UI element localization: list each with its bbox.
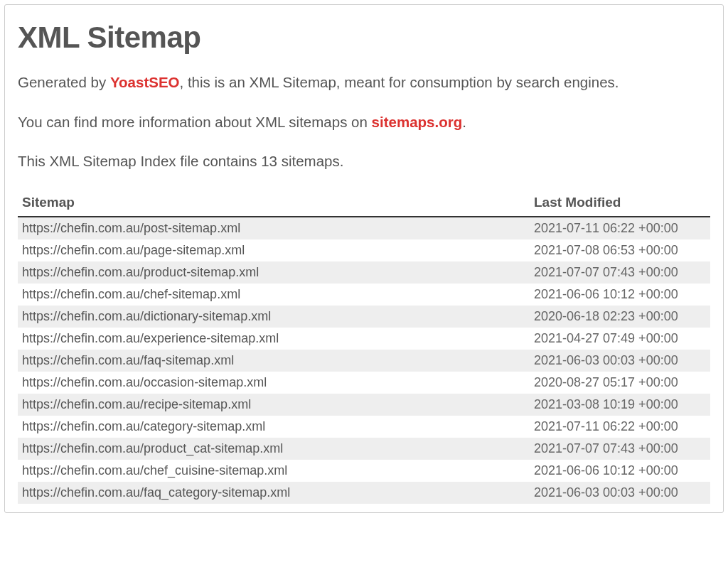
intro-generated: Generated by YoastSEO, this is an XML Si…	[18, 72, 710, 93]
sitemap-url[interactable]: https://chefin.com.au/faq-sitemap.xml	[18, 350, 530, 372]
table-header-row: Sitemap Last Modified	[18, 190, 710, 217]
intro-text: You can find more information about XML …	[18, 114, 372, 130]
table-row: https://chefin.com.au/faq_category-sitem…	[18, 482, 710, 504]
last-modified: 2021-06-03 00:03 +00:00	[530, 482, 710, 504]
last-modified: 2021-06-06 10:12 +00:00	[530, 460, 710, 482]
intro-text: , this is an XML Sitemap, meant for cons…	[180, 74, 619, 90]
sitemap-url[interactable]: https://chefin.com.au/product-sitemap.xm…	[18, 261, 530, 284]
sitemap-container: XML Sitemap Generated by YoastSEO, this …	[4, 4, 724, 513]
sitemap-url[interactable]: https://chefin.com.au/product_cat-sitema…	[18, 438, 530, 460]
table-row: https://chefin.com.au/experience-sitemap…	[18, 328, 710, 350]
last-modified: 2021-07-11 06:22 +00:00	[530, 416, 710, 438]
header-last-modified: Last Modified	[530, 190, 710, 217]
sitemap-table: Sitemap Last Modified https://chefin.com…	[18, 190, 710, 504]
sitemap-url[interactable]: https://chefin.com.au/category-sitemap.x…	[18, 416, 530, 438]
table-row: https://chefin.com.au/recipe-sitemap.xml…	[18, 394, 710, 416]
intro-text: Generated by	[18, 74, 110, 90]
last-modified: 2021-06-03 00:03 +00:00	[530, 350, 710, 372]
last-modified: 2021-07-07 07:43 +00:00	[530, 261, 710, 284]
sitemap-url[interactable]: https://chefin.com.au/dictionary-sitemap…	[18, 306, 530, 328]
page-title: XML Sitemap	[18, 21, 710, 55]
table-row: https://chefin.com.au/product_cat-sitema…	[18, 438, 710, 460]
table-row: https://chefin.com.au/occasion-sitemap.x…	[18, 372, 710, 394]
last-modified: 2020-06-18 02:23 +00:00	[530, 306, 710, 328]
last-modified: 2020-08-27 05:17 +00:00	[530, 372, 710, 394]
sitemaps-org-link[interactable]: sitemaps.org	[372, 114, 463, 130]
yoast-link[interactable]: YoastSEO	[110, 74, 180, 90]
sitemap-url[interactable]: https://chefin.com.au/page-sitemap.xml	[18, 239, 530, 261]
last-modified: 2021-07-07 07:43 +00:00	[530, 438, 710, 460]
sitemap-url[interactable]: https://chefin.com.au/post-sitemap.xml	[18, 217, 530, 239]
sitemap-url[interactable]: https://chefin.com.au/chef_cuisine-sitem…	[18, 460, 530, 482]
sitemap-url[interactable]: https://chefin.com.au/chef-sitemap.xml	[18, 284, 530, 306]
table-row: https://chefin.com.au/chef_cuisine-sitem…	[18, 460, 710, 482]
last-modified: 2021-06-06 10:12 +00:00	[530, 284, 710, 306]
table-row: https://chefin.com.au/faq-sitemap.xml202…	[18, 350, 710, 372]
intro-count: This XML Sitemap Index file contains 13 …	[18, 151, 710, 172]
table-row: https://chefin.com.au/chef-sitemap.xml20…	[18, 284, 710, 306]
last-modified: 2021-03-08 10:19 +00:00	[530, 394, 710, 416]
intro-text: .	[462, 114, 466, 130]
table-row: https://chefin.com.au/dictionary-sitemap…	[18, 306, 710, 328]
sitemap-url[interactable]: https://chefin.com.au/experience-sitemap…	[18, 328, 530, 350]
sitemap-url[interactable]: https://chefin.com.au/occasion-sitemap.x…	[18, 372, 530, 394]
last-modified: 2021-04-27 07:49 +00:00	[530, 328, 710, 350]
last-modified: 2021-07-08 06:53 +00:00	[530, 239, 710, 261]
last-modified: 2021-07-11 06:22 +00:00	[530, 217, 710, 239]
table-row: https://chefin.com.au/post-sitemap.xml20…	[18, 217, 710, 239]
header-sitemap: Sitemap	[18, 190, 530, 217]
table-row: https://chefin.com.au/product-sitemap.xm…	[18, 261, 710, 284]
table-row: https://chefin.com.au/category-sitemap.x…	[18, 416, 710, 438]
sitemap-url[interactable]: https://chefin.com.au/recipe-sitemap.xml	[18, 394, 530, 416]
sitemap-url[interactable]: https://chefin.com.au/faq_category-sitem…	[18, 482, 530, 504]
intro-more: You can find more information about XML …	[18, 112, 710, 133]
table-row: https://chefin.com.au/page-sitemap.xml20…	[18, 239, 710, 261]
